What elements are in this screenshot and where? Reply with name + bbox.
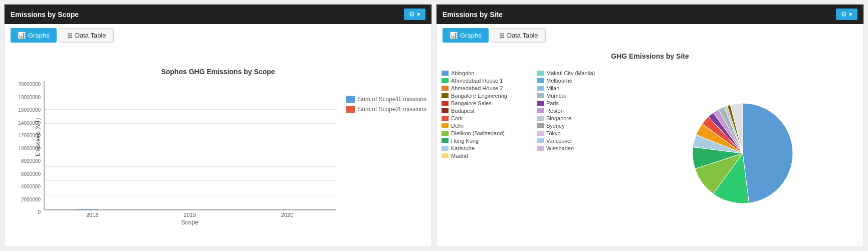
legend-color-budapest: [442, 108, 449, 113]
panel2-datatable-button[interactable]: ⊞ Data Table: [492, 28, 546, 43]
caret-icon: ▾: [417, 11, 420, 18]
legend-color-tokyo: [537, 131, 544, 136]
panel1-gear-button[interactable]: ⚙ ▾: [404, 9, 425, 20]
legend-label-budapest: Budapest: [451, 108, 474, 114]
legend-color-cork: [442, 116, 449, 121]
bar-chart-icon-2: 📊: [450, 32, 458, 39]
legend-karlsruhe: Karlsruhe: [442, 145, 527, 151]
panel1-graphs-label: Graphs: [28, 32, 50, 39]
legend-sydney: Sydney: [537, 123, 622, 129]
legend-color-mumbai: [537, 93, 544, 98]
legend-madrid: Madrid: [442, 153, 527, 159]
legend-color-vancouver: [537, 138, 544, 143]
legend-tokyo: Tokyo: [537, 130, 622, 136]
legend-color-bang-eng: [442, 93, 449, 98]
grid-lines: [45, 81, 336, 209]
legend-color-madrid: [442, 153, 449, 158]
legend-cork: Cork: [442, 115, 527, 121]
legend-bang-eng: Bangalore Engineering: [442, 93, 527, 99]
legend-label-ahm1: Ahmedabad House 1: [451, 78, 503, 84]
x-label-2019: 2019: [183, 212, 195, 218]
legend-color-ahm1: [442, 78, 449, 83]
legend-color-bang-sales: [442, 101, 449, 106]
y-tick: 0: [38, 209, 41, 215]
site-chart-wrap: Abingdon Makati City (Manila) Ahmedabad …: [442, 65, 858, 241]
legend-label-reston: Reston: [546, 108, 564, 114]
panel1-chart-title: Sophos GHG Emissions by Scope: [161, 68, 275, 76]
panel1-datatable-button[interactable]: ⊞ Data Table: [60, 28, 114, 43]
legend-delhi: Delhi: [442, 123, 527, 129]
legend-label-wiesbaden: Wiesbaden: [546, 145, 574, 151]
panel1-legend: Sum of Scope1Emissions Sum of Scope2Emis…: [346, 96, 426, 113]
gear-icon-2: ⚙: [841, 11, 847, 18]
legend-label-dietikon: Dietikon (Switzerland): [451, 130, 505, 136]
legend-color-reston: [537, 108, 544, 113]
legend-color-melbourne: [537, 78, 544, 83]
panel2-chart-title: GHG Emissions by Site: [442, 52, 858, 60]
legend-label-bang-sales: Bangalore Sales: [451, 100, 492, 106]
legend-label-ahm2: Ahmedabad House 2: [451, 85, 503, 91]
gear-icon: ⚙: [409, 11, 415, 18]
panel2-toolbar: 📊 Graphs ⊞ Data Table: [437, 24, 863, 47]
bar-chart-icon: 📊: [18, 32, 26, 39]
y-tick: 8000000: [21, 158, 41, 164]
x-axis-label: Scope: [44, 219, 336, 226]
panel1-content: Sophos GHG Emissions by Scope 20000000 1…: [5, 47, 431, 246]
legend-label-bang-eng: Bangalore Engineering: [451, 93, 507, 99]
legend-label-karlsruhe: Karlsruhe: [451, 145, 475, 151]
legend-milan: Milan: [537, 85, 622, 91]
legend-label-melbourne: Melbourne: [546, 78, 572, 84]
legend-item-scope2: Sum of Scope2Emissions: [346, 106, 426, 113]
legend-melbourne: Melbourne: [537, 78, 622, 84]
panel1-graphs-button[interactable]: 📊 Graphs: [11, 28, 57, 43]
legend-label-milan: Milan: [546, 85, 559, 91]
legend-label-tokyo: Tokyo: [546, 130, 561, 136]
table-icon: ⊞: [67, 32, 73, 39]
legend-label-hongkong: Hong Kong: [451, 138, 479, 144]
legend-color-dietikon: [442, 131, 449, 136]
legend-paris: Paris: [537, 100, 622, 106]
legend-hongkong: Hong Kong: [442, 138, 527, 144]
legend-ahm1: Ahmedabad House 1: [442, 78, 527, 84]
site-legend: Abingdon Makati City (Manila) Ahmedabad …: [442, 70, 622, 159]
panel1-datatable-label: Data Table: [75, 32, 106, 39]
panel2-gear-button[interactable]: ⚙ ▾: [836, 9, 857, 20]
legend-label-makati: Makati City (Manila): [546, 70, 595, 76]
y-tick: 18000000: [19, 95, 41, 100]
pie-canvas: [688, 98, 798, 208]
y-tick: 2000000: [21, 197, 41, 202]
legend-color-singapore: [537, 116, 544, 121]
legend-color-scope1: [346, 96, 355, 103]
bar-2018-scope1: [74, 209, 99, 209]
legend-color-ahm2: [442, 86, 449, 91]
legend-vancouver: Vancouver: [537, 138, 622, 144]
legend-singapore: Singapore: [537, 115, 622, 121]
legend-label-madrid: Madrid: [451, 153, 468, 159]
panel1-toolbar: 📊 Graphs ⊞ Data Table: [5, 24, 431, 47]
legend-color-hongkong: [442, 138, 449, 143]
legend-color-milan: [537, 86, 544, 91]
legend-label-mumbai: Mumbai: [546, 93, 566, 99]
legend-mumbai: Mumbai: [537, 93, 622, 99]
x-label-2020: 2020: [281, 212, 293, 218]
legend-label-paris: Paris: [546, 100, 559, 106]
legend-color-wiesbaden: [537, 146, 544, 151]
panel2-content: GHG Emissions by Site Abingdon Makati Ci…: [437, 47, 863, 246]
legend-ahm2: Ahmedabad House 2: [442, 85, 527, 91]
legend-label-sydney: Sydney: [546, 123, 565, 129]
legend-color-paris: [537, 101, 544, 106]
bar-group-2018: [74, 209, 99, 209]
panel2-header: Emissions by Site ⚙ ▾: [437, 5, 863, 24]
y-tick: 6000000: [21, 171, 41, 177]
legend-label-cork: Cork: [451, 115, 463, 121]
emissions-by-site-panel: Emissions by Site ⚙ ▾ 📊 Graphs ⊞ Data Ta…: [436, 4, 864, 247]
legend-color-karlsruhe: [442, 146, 449, 151]
legend-color-sydney: [537, 123, 544, 128]
panel2-graphs-button[interactable]: 📊 Graphs: [443, 28, 489, 43]
panel1-title: Emissions by Scope: [11, 11, 79, 19]
panel2-title: Emissions by Site: [443, 11, 503, 19]
legend-dietikon: Dietikon (Switzerland): [442, 130, 527, 136]
y-tick: 4000000: [21, 184, 41, 189]
emissions-by-scope-panel: Emissions by Scope ⚙ ▾ 📊 Graphs ⊞ Data T…: [4, 4, 432, 247]
legend-color-abingdon: [442, 71, 449, 76]
